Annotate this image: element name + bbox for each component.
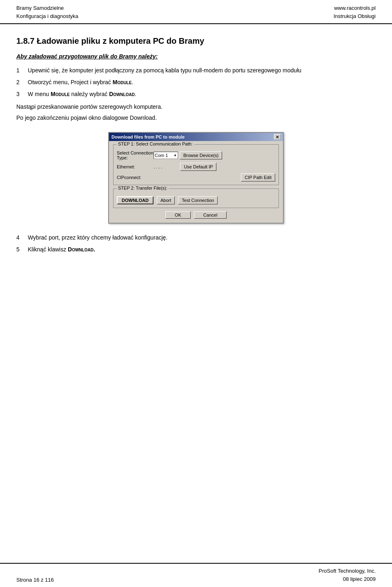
browse-devices-button[interactable]: Browse Device(s) [180,151,222,159]
page-footer: Strona 16 z 116 ProSoft Technology, Inc.… [0,563,392,587]
step-5-text: Kliknąć klawisz Download. [28,245,376,254]
para-2-suffix: . [155,114,157,121]
cipconnect-label: CIPconnect: [117,175,154,180]
connection-type-dropdown[interactable]: Com 1 ▼ [154,152,178,159]
step-5-bold: Download. [68,246,95,253]
dialog-titlebar: Download files from PC to module ✕ [109,133,283,141]
step-4: 4 Wybrać port, przez który chcemy ładowa… [16,233,376,242]
step-1: 1 Upewnić się, że komputer jest podłączo… [16,66,376,75]
step-4-num: 4 [16,233,28,242]
dialog-group1-legend: STEP 1: Select Communication Path: [117,141,194,146]
steps-list: 1 Upewnić się, że komputer jest podłączo… [16,66,376,99]
header-left: Bramy Samodzielne Konfiguracja i diagnos… [16,4,78,20]
dialog-row-cipconnect: CIPconnect: CIP Path Edit [117,173,275,181]
step-2-suffix: . [131,79,133,85]
cipconnect-input-group: CIP Path Edit [154,173,275,181]
dialog-box: Download files from PC to module ✕ STEP … [108,132,284,224]
footer-date: 08 lipiec 2009 [318,575,376,583]
page-content: 1.8.7 Ładowanie pliku z komputera PC do … [0,24,392,291]
dialog-row-transfer: DOWNLOAD Abort Test Connection [117,196,275,204]
header-subtitle: Konfiguracja i diagnostyka [16,12,78,20]
dialog-group2-legend: STEP 2: Transfer File(s): [117,186,169,190]
cip-path-edit-button[interactable]: CIP Path Edit [241,173,275,181]
ethernet-label: Ethernet: [117,164,154,169]
dropdown-arrow-icon: ▼ [174,154,177,157]
step-2-num: 2 [16,78,28,87]
step-2-bold: Module [113,79,132,85]
step-2-text: Otworzyć menu, Project i wybrać Module. [28,78,376,87]
step-3-bold1: Module [51,91,70,97]
para-2-bold: Download [130,114,155,121]
test-connection-button[interactable]: Test Connection [178,196,218,204]
header-manual: Instrukcja Obsługi [334,12,376,20]
step-3-prefix: W menu [28,91,51,97]
dialog-group-2: STEP 2: Transfer File(s): DOWNLOAD Abort… [113,188,279,208]
steps-list-continued: 4 Wybrać port, przez który chcemy ładowa… [16,233,376,254]
step-3-num: 3 [16,90,28,99]
cancel-button[interactable]: Cancel [194,211,227,219]
step-5: 5 Kliknąć klawisz Download. [16,245,376,254]
para-1: Nastąpi przeskanowanie portów szeregowyc… [16,103,376,111]
dialog-body: STEP 1: Select Communication Path: Selec… [109,141,283,223]
step-1-text: Upewnić się, że komputer jest podłączony… [28,66,376,75]
abort-button[interactable]: Abort [157,196,175,204]
ethernet-dots: . . . . [154,164,162,169]
footer-company-name: ProSoft Technology, Inc. [318,567,376,575]
step-2-prefix: Otworzyć menu, Project i wybrać [28,79,113,85]
step-5-num: 5 [16,245,28,254]
step-2: 2 Otworzyć menu, Project i wybrać Module… [16,78,376,87]
dialog-row-connection-type: Select Connection Type: Com 1 ▼ Browse D… [117,150,275,160]
dialog-group-1: STEP 1: Select Communication Path: Selec… [113,144,279,185]
header-app-name: Bramy Samodzielne [16,4,78,12]
ethernet-input-group: . . . . Use Default IP [154,163,275,171]
connection-type-label: Select Connection Type: [117,150,154,160]
header-right: www.racontrols.pl Instrukcja Obsługi [334,4,376,20]
footer-page-info: Strona 16 z 116 [16,577,54,583]
dialog-wrapper: Download files from PC to module ✕ STEP … [16,132,376,224]
step-4-text: Wybrać port, przez który chcemy ładować … [28,233,376,242]
download-button[interactable]: DOWNLOAD [117,196,154,204]
dialog-close-button[interactable]: ✕ [274,134,281,140]
page-header: Bramy Samodzielne Konfiguracja i diagnos… [0,0,392,24]
header-url: www.racontrols.pl [334,4,376,12]
step-3-text: W menu Module należy wybrać Download. [28,90,376,99]
section-subtitle: Aby załadować przygotowany plik do Bramy… [16,53,376,60]
connection-type-input-group: Com 1 ▼ Browse Device(s) [154,151,275,159]
dialog-title: Download files from PC to module [111,134,185,139]
use-default-ip-button[interactable]: Use Default IP [180,163,216,171]
step-5-prefix: Kliknąć klawisz [28,246,68,253]
section-heading: 1.8.7 Ładowanie pliku z komputera PC do … [16,36,376,46]
dropdown-value: Com 1 [155,153,168,158]
step-1-num: 1 [16,66,28,75]
dialog-ok-cancel-row: OK Cancel [113,211,279,219]
step-3-suffix: . [135,91,136,97]
step-3-mid: należy wybrać [70,91,109,97]
footer-company: ProSoft Technology, Inc. 08 lipiec 2009 [318,567,376,583]
ok-button[interactable]: OK [165,211,191,219]
dialog-row-ethernet: Ethernet: . . . . Use Default IP [117,163,275,171]
para-2-text: Po jego zakończeniu pojawi okno dialogow… [16,114,130,121]
step-3-bold2: Download [109,91,135,97]
para-2: Po jego zakończeniu pojawi okno dialogow… [16,114,376,122]
step-3: 3 W menu Module należy wybrać Download. [16,90,376,99]
